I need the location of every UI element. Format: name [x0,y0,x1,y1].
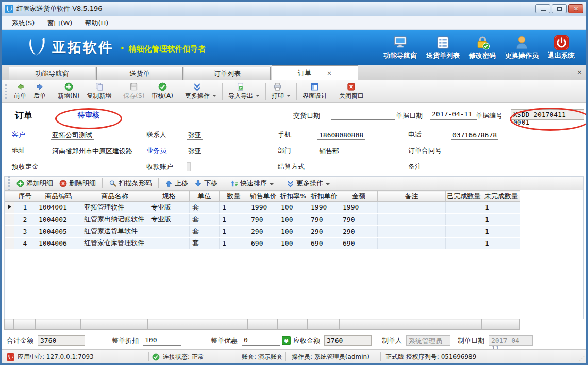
column-header-商品编码[interactable]: 商品编码 [36,191,81,202]
tab-close-icon[interactable]: × [327,69,332,77]
toolbar-button-新增(N)[interactable]: 新增(N) [54,81,83,101]
toolbar-button-关闭窗口[interactable]: 关闭窗口 [335,81,367,101]
field-input-联系人[interactable]: 张亚 [187,131,203,140]
column-header-未完成数量[interactable]: 未完成数量 [482,191,520,202]
table-cell[interactable] [446,214,482,225]
table-cell[interactable] [378,225,446,237]
table-cell[interactable]: 690 [308,237,340,249]
table-cell[interactable]: 专业版 [148,214,190,225]
table-cell[interactable]: 1 [482,237,520,249]
table-cell[interactable] [148,237,190,249]
table-cell[interactable]: 套 [190,237,220,249]
toolbar-grip[interactable] [5,84,7,99]
table-cell[interactable]: 亚拓管理软件 [81,202,148,214]
table-cell[interactable]: 2 [14,214,36,225]
tab-3[interactable]: 订单× [272,65,358,80]
table-cell[interactable] [446,237,482,249]
field-input-业务员[interactable]: 张亚 [187,147,203,155]
delivery-date-field[interactable] [331,109,395,120]
column-header-备注[interactable]: 备注 [378,191,446,202]
table-row[interactable]: 21004002红管家出纳记账软件专业版套17901007907901 [5,214,520,225]
table-cell[interactable]: 1004002 [36,214,81,225]
table-cell[interactable]: 790 [340,214,378,225]
table-cell[interactable]: 1 [220,237,248,249]
maximize-button[interactable] [552,4,567,13]
table-cell[interactable]: 100 [278,202,308,214]
field-label-客户[interactable]: 客户 [12,130,51,140]
table-cell[interactable]: 290 [340,225,378,237]
table-cell[interactable]: 1004001 [36,202,81,214]
table-cell[interactable]: 100 [278,214,308,225]
table-cell[interactable]: 套 [190,225,220,237]
banner-button-4[interactable]: 退出系统 [548,35,575,60]
toolbar-button-审核(A)[interactable]: 审核(A) [148,81,177,101]
field-input-预收定金[interactable] [51,163,54,171]
table-cell[interactable]: 红管家送货单软件 [81,225,148,237]
table-cell[interactable] [378,237,446,249]
table-cell[interactable]: 1 [482,214,520,225]
table-cell[interactable]: 套 [190,202,220,214]
field-input-备注[interactable] [451,163,454,171]
table-cell[interactable]: 1004006 [36,237,81,249]
column-header-数量[interactable]: 数量 [220,191,248,202]
menu-item-1[interactable]: 窗口(W) [41,17,78,29]
table-cell[interactable]: 套 [190,214,220,225]
table-cell[interactable]: 1 [220,202,248,214]
field-input-部门[interactable]: 销售部 [317,147,341,155]
column-header-规格[interactable]: 规格 [148,191,190,202]
table-cell[interactable]: 100 [278,225,308,237]
table-cell[interactable]: 690 [340,237,378,249]
toolbar-button-前单[interactable]: 前单 [10,81,30,101]
column-header-金额[interactable]: 金额 [340,191,378,202]
toolbar-button-导入导出[interactable]: 导入导出 [225,81,263,101]
table-cell[interactable]: 100 [278,237,308,249]
field-input-电话[interactable]: 03716678678 [451,131,498,140]
tab-1[interactable]: 送货单 [96,67,183,80]
row-selector[interactable] [5,214,14,225]
row-selector[interactable] [5,237,14,249]
table-cell[interactable]: 专业版 [148,202,190,214]
table-row[interactable]: 11004001亚拓管理软件专业版套11990100199019901 [5,202,520,214]
tab-0[interactable]: 功能导航窗 [9,67,95,80]
close-button[interactable]: ✕ [568,4,583,13]
detail-toolbar-button-下移[interactable]: 下移 [191,178,221,189]
table-cell[interactable]: 690 [248,237,278,249]
detail-toolbar-button-删除明细[interactable]: 删除明细 [56,178,99,189]
table-cell[interactable]: 红管家出纳记账软件 [81,214,148,225]
column-header-商品名称[interactable]: 商品名称 [81,191,148,202]
detail-toolbar-button-扫描条形码[interactable]: 扫描条形码 [106,178,155,189]
table-cell[interactable] [446,225,482,237]
table-cell[interactable]: 1 [220,214,248,225]
menu-item-2[interactable]: 帮助(H) [78,17,114,29]
table-cell[interactable] [148,225,190,237]
field-input-结算方式[interactable] [317,163,321,171]
detail-toolbar-button-快速排序[interactable]: 快速排序 [227,178,277,189]
banner-button-1[interactable]: 送货单列表 [426,35,460,60]
tab-2[interactable]: 订单列表 [184,67,271,80]
table-cell[interactable]: 1990 [248,202,278,214]
table-cell[interactable]: 290 [248,225,278,237]
column-header-已完成数量[interactable]: 已完成数量 [446,191,482,202]
field-label-业务员[interactable]: 业务员 [146,146,187,155]
table-cell[interactable]: 790 [308,214,340,225]
toolbar-button-界面设计[interactable]: 界面设计 [299,81,331,101]
banner-button-3[interactable]: 更换操作员 [505,35,539,60]
toolbar-button-更多操作[interactable]: 更多操作 [181,81,220,101]
row-selector[interactable] [5,225,14,237]
toolbar-button-保存(S)[interactable]: 保存(S) [120,81,148,101]
table-cell[interactable]: 3 [14,225,36,237]
toolbar-grip[interactable] [8,176,10,191]
field-input-客户[interactable]: 亚拓公司测试 [51,131,94,140]
row-selector[interactable] [5,202,14,214]
table-cell[interactable]: 1004005 [36,225,81,237]
field-input-地址[interactable]: 河南省郑州市中原区建设路 [51,147,134,155]
table-cell[interactable] [378,214,446,225]
field-input-手机[interactable]: 18608080808 [317,131,365,140]
minimize-button[interactable] [535,4,550,13]
table-cell[interactable]: 1990 [340,202,378,214]
banner-button-0[interactable]: 功能导航窗 [383,35,417,60]
table-row[interactable]: 31004005红管家送货单软件套12901002902901 [5,225,520,237]
table-cell[interactable]: 1990 [308,202,340,214]
table-cell[interactable] [378,202,446,214]
field-input-订单合同号[interactable] [451,147,454,155]
